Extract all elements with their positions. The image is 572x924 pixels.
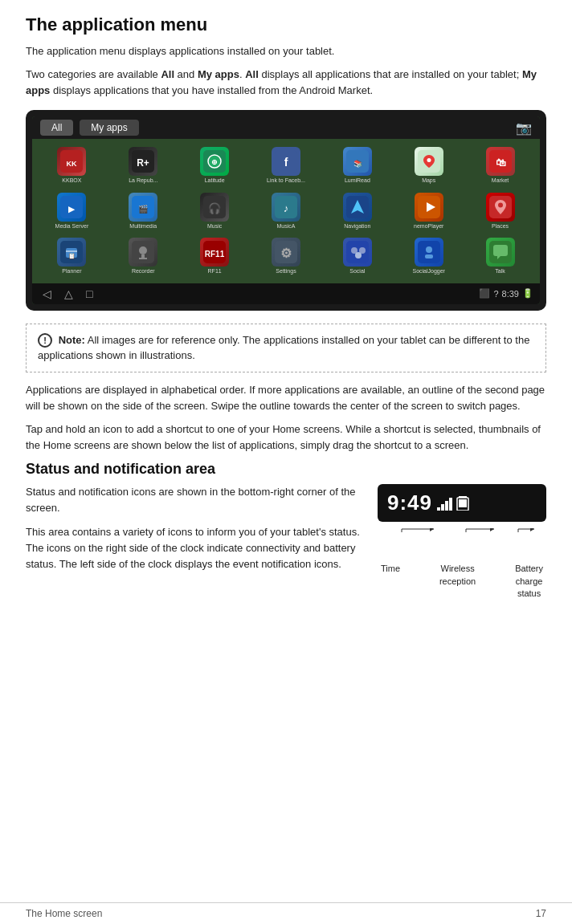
svg-text:KK: KK: [67, 160, 77, 168]
app-label-musica: MusicA: [277, 223, 296, 230]
app-icon-recorder: [129, 238, 157, 267]
footer-left: The Home screen: [26, 908, 102, 919]
app-label-places: Places: [492, 223, 509, 230]
wifi-icon: [437, 496, 453, 511]
app-icon-social: [343, 238, 372, 267]
svg-text:f: f: [284, 156, 288, 169]
app-label-recorder: Recorder: [132, 268, 155, 275]
app-icon-settings: ⚙: [272, 238, 300, 267]
app-label-larepubblica: La Repub...: [129, 177, 157, 184]
list-item: ▶ Media Server: [37, 189, 107, 233]
svg-text:▶: ▶: [68, 205, 76, 214]
list-item: 📚 LumiRead: [322, 144, 392, 187]
status-section-title: Status and notification area: [26, 461, 546, 478]
tablet-topbar: All My apps 📷: [32, 116, 540, 139]
app-icon-market: 🛍: [486, 147, 515, 176]
list-item: Maps: [394, 144, 464, 187]
clock-box: 9:49: [378, 484, 546, 522]
arrows-diagram: [378, 528, 546, 560]
app-label-mediaserver: Media Server: [55, 223, 89, 230]
app-icon-talk: [486, 238, 515, 267]
app-label-social: Social: [349, 268, 365, 275]
app-label-market: Market: [492, 177, 509, 184]
svg-rect-36: [139, 258, 147, 259]
camera-icon: 📷: [516, 120, 532, 136]
app-icon-linktofacebook: f: [272, 147, 300, 176]
tab-myapps[interactable]: My apps: [80, 120, 138, 136]
list-item: ♪ MusicA: [251, 189, 321, 233]
app-label-maps: Maps: [422, 177, 435, 184]
app-icon-planner: 📋: [57, 238, 86, 267]
app-label-rf11: RF11: [208, 268, 222, 275]
svg-marker-58: [430, 528, 434, 531]
list-item: 🛍 Market: [465, 144, 535, 187]
app-icon-lumiread: 📚: [343, 147, 372, 176]
tablet-bottombar: ◁ △ □ ⬛ ? 8:39 🔋: [32, 283, 540, 304]
app-label-talk: Talk: [495, 268, 505, 275]
app-icon-multimedia: 🎬: [129, 193, 157, 222]
app-grid: KK KKBOX R+ La Repub... ⊕ Latitude: [32, 139, 540, 283]
svg-rect-51: [445, 501, 448, 511]
svg-marker-61: [490, 528, 494, 531]
list-item: R+ La Repub...: [108, 144, 178, 187]
tablet-screenshot: All My apps 📷 KK KKBOX R+ La: [26, 110, 546, 310]
battery-icon: [456, 496, 469, 511]
app-icon-musica: ♪: [272, 193, 300, 222]
app-label-navigation: Navigation: [344, 223, 370, 230]
svg-text:R+: R+: [137, 157, 149, 169]
status-row: Status and notification icons are shown …: [26, 484, 546, 600]
svg-text:🛍: 🛍: [495, 157, 505, 169]
label-battery: Batterychargestatus: [515, 563, 543, 600]
labels-row: Time Wirelessreception Batterychargestat…: [378, 563, 546, 600]
list-item: Social: [322, 234, 392, 278]
note-text: All images are for reference only. The a…: [38, 334, 529, 362]
list-item: Places: [465, 189, 535, 233]
list-item: ⊕ Latitude: [180, 144, 250, 187]
bold-all2: All: [245, 68, 259, 80]
footer-right: 17: [536, 908, 546, 919]
list-item: ⚙ Settings: [251, 234, 321, 278]
tablet-clock: 8:39: [502, 289, 519, 299]
clock-icons: [437, 496, 469, 511]
svg-point-44: [355, 252, 362, 258]
body-para-2: Tap and hold an icon to add a shortcut t…: [26, 421, 546, 454]
status-image-col: 9:49: [378, 484, 546, 600]
svg-text:♪: ♪: [284, 202, 289, 214]
bold-all: All: [161, 68, 174, 80]
status-notification-section: Status and notification area Status and …: [26, 461, 546, 600]
svg-rect-41: [346, 241, 369, 263]
page-title: The application menu: [26, 14, 546, 35]
svg-text:⊕: ⊕: [211, 158, 218, 166]
svg-rect-47: [425, 254, 433, 258]
app-label-music: Music: [207, 223, 222, 230]
clock-display: 9:49: [387, 490, 432, 515]
app-label-settings: Settings: [276, 268, 296, 275]
svg-rect-55: [459, 499, 467, 507]
tab-all[interactable]: All: [40, 120, 73, 136]
svg-point-12: [427, 158, 431, 162]
svg-text:🎬: 🎬: [138, 204, 149, 214]
list-item: Talk: [465, 234, 535, 278]
svg-point-46: [426, 246, 432, 253]
svg-text:📚: 📚: [353, 159, 362, 169]
app-icon-navigation: [343, 193, 372, 222]
app-label-multimedia: Multimedia: [129, 223, 157, 230]
back-icon: ◁: [39, 286, 55, 302]
recent-icon: □: [82, 286, 96, 302]
app-icon-larepubblica: R+: [129, 147, 157, 176]
app-icon-socialjogger: [415, 238, 443, 267]
svg-rect-52: [449, 498, 452, 511]
bold-myapps: My apps: [198, 68, 239, 80]
app-label-nemoplayer: nemoPlayer: [414, 223, 443, 230]
app-icon-nemoplayer: [415, 193, 443, 222]
list-item: RF11 RF11: [180, 234, 250, 278]
list-item: 🎬 Multimedia: [108, 189, 178, 233]
app-icon-mediaserver: ▶: [57, 193, 86, 222]
app-icon-places: [486, 193, 515, 222]
app-label-socialjogger: SocialJogger: [412, 268, 444, 275]
intro-para1: The application menu displays applicatio…: [26, 43, 546, 59]
app-label-kkbox: KKBOX: [62, 177, 81, 184]
intro-para2: Two categories are available All and My …: [26, 67, 546, 99]
list-item: nemoPlayer: [394, 189, 464, 233]
app-label-lumiread: LumiRead: [345, 177, 370, 184]
